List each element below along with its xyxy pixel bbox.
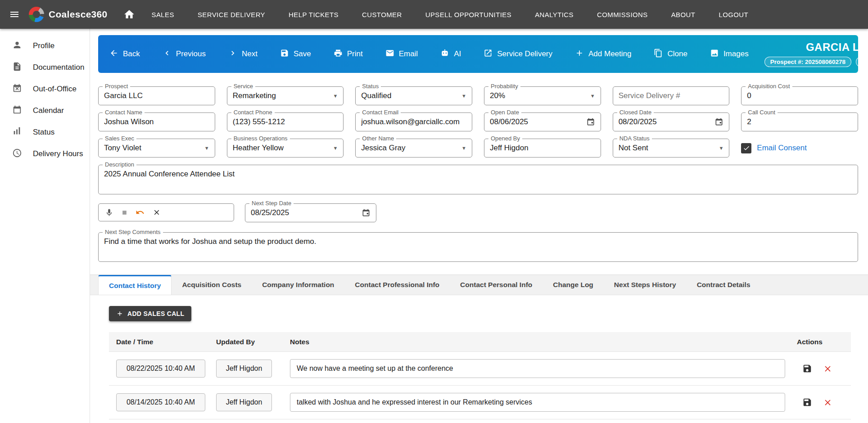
nav-item-analytics[interactable]: ANALYTICS <box>535 11 574 18</box>
delete-row-icon[interactable] <box>823 398 832 407</box>
dictation-row: Next Step Date 08/25/2025 <box>98 203 858 222</box>
add-sales-call-button[interactable]: ADD SALES CALL <box>109 306 191 321</box>
back-button[interactable]: Back <box>98 35 151 73</box>
save-row-icon[interactable] <box>802 364 812 374</box>
ai-button[interactable]: AI <box>429 35 472 73</box>
email-consent-checkbox[interactable] <box>741 143 751 153</box>
nav-item-service-delivery[interactable]: SERVICE DELIVERY <box>198 11 265 18</box>
stop-icon[interactable] <box>122 210 127 216</box>
service-delivery-number-field[interactable]: Service Delivery # <box>613 86 730 105</box>
sidebar-item-status[interactable]: Status <box>0 122 90 143</box>
email-button[interactable]: Email <box>374 35 429 73</box>
tab-company-information[interactable]: Company Information <box>252 275 344 295</box>
sidebar-item-documentation[interactable]: Documentation <box>0 57 90 78</box>
next-step-date-field[interactable]: Next Step Date 08/25/2025 <box>245 203 376 222</box>
opened-by-field[interactable]: Opened By Jeff Higdon <box>484 139 601 158</box>
contact-name-field[interactable]: Contact Name Joshua Wilson <box>98 112 215 131</box>
field-label: Sales Exec <box>103 135 136 142</box>
save-row-icon[interactable] <box>802 397 812 407</box>
probability-select[interactable]: Probability 20% ▼ <box>484 86 601 105</box>
nda-status-select[interactable]: NDA Status Not Sent ▼ <box>613 139 730 158</box>
tab-change-log[interactable]: Change Log <box>542 275 604 295</box>
note-input[interactable] <box>290 359 785 378</box>
service-delivery-button[interactable]: Service Delivery <box>472 35 564 73</box>
calendar-picker-icon[interactable] <box>362 208 371 217</box>
email-consent-label: Email Consent <box>757 144 807 153</box>
nav-item-help-tickets[interactable]: HELP TICKETS <box>289 11 339 18</box>
field-label: Contact Email <box>360 109 401 116</box>
field-placeholder: Service Delivery # <box>619 91 680 100</box>
clone-button[interactable]: Clone <box>642 35 698 73</box>
detail-tabs: Contact History Acquisition Costs Compan… <box>90 274 868 295</box>
sidebar-item-calendar[interactable]: Calendar <box>0 100 90 122</box>
field-label: Next Step Comments <box>103 229 163 235</box>
tab-next-steps-history[interactable]: Next Steps History <box>604 275 687 295</box>
tab-contract-details[interactable]: Contract Details <box>687 275 761 295</box>
acquisition-cost-field[interactable]: Acquisition Cost 0 <box>741 86 858 105</box>
field-value: Find a time that works for Joshua and se… <box>104 237 316 246</box>
clear-icon[interactable] <box>153 208 161 216</box>
sidebar-item-profile[interactable]: Profile <box>0 35 90 57</box>
brand-logo-icon <box>29 7 44 22</box>
service-select[interactable]: Service Remarketing ▼ <box>227 86 344 105</box>
field-value: 08/25/2025 <box>251 208 289 217</box>
other-name-select[interactable]: Other Name Jessica Gray ▼ <box>355 139 472 158</box>
dropdown-arrow-icon: ▼ <box>459 145 466 151</box>
images-button[interactable]: Images <box>699 35 760 73</box>
open-date-field[interactable]: Open Date 08/06/2025 <box>484 112 601 131</box>
microphone-icon[interactable] <box>105 208 113 217</box>
nav-item-logout[interactable]: LOGOUT <box>719 11 748 18</box>
description-field[interactable]: Description 2025 Annual Conference Atten… <box>98 165 858 194</box>
add-meeting-button[interactable]: Add Meeting <box>564 35 642 73</box>
calendar-picker-icon[interactable] <box>714 117 723 126</box>
tab-contact-personal-info[interactable]: Contact Personal Info <box>450 275 542 295</box>
next-button[interactable]: Next <box>217 35 269 73</box>
top-navbar: Coalesce360 SALES SERVICE DELIVERY HELP … <box>0 0 868 29</box>
prospect-field[interactable]: Prospect Garcia LLC <box>98 86 215 105</box>
main-content: Back Previous Next Save Print Email <box>90 29 868 423</box>
dropdown-arrow-icon: ▼ <box>330 145 338 151</box>
print-button[interactable]: Print <box>322 35 374 73</box>
prospect-number-badge: Prospect #: 202508060278 <box>764 57 851 67</box>
tab-contact-professional-info[interactable]: Contact Professional Info <box>344 275 450 295</box>
field-label: Closed Date <box>617 109 654 116</box>
contact-phone-field[interactable]: Contact Phone (123) 555-1212 <box>227 112 344 131</box>
copy-icon <box>654 49 663 60</box>
home-icon[interactable] <box>120 5 138 23</box>
next-step-comments-field[interactable]: Next Step Comments Find a time that work… <box>98 232 858 262</box>
button-label: Clone <box>667 50 687 58</box>
datetime-cell[interactable]: 08/14/2025 10:40 AM <box>116 393 205 411</box>
save-button[interactable]: Save <box>269 35 322 73</box>
delete-row-icon[interactable] <box>823 364 832 374</box>
field-value: 2025 Annual Conference Attendee List <box>104 170 235 179</box>
note-input[interactable] <box>290 393 785 412</box>
datetime-cell[interactable]: 08/22/2025 10:40 AM <box>116 360 205 378</box>
contact-email-field[interactable]: Contact Email joshua.wilson@garciallc.co… <box>355 112 472 131</box>
undo-icon[interactable] <box>136 208 145 217</box>
field-label: NDA Status <box>617 135 652 142</box>
nav-item-commissions[interactable]: COMMISSIONS <box>597 11 648 18</box>
previous-button[interactable]: Previous <box>151 35 217 73</box>
nav-item-upsell-opportunities[interactable]: UPSELL OPPORTUNITIES <box>425 11 511 18</box>
status-select[interactable]: Status Qualified ▼ <box>355 86 472 105</box>
button-label: Service Delivery <box>497 50 552 58</box>
sidebar-item-label: Documentation <box>33 63 84 72</box>
updated-by-cell[interactable]: Jeff Higdon <box>216 393 272 411</box>
call-count-field[interactable]: Call Count 2 <box>741 112 858 131</box>
nav-item-sales[interactable]: SALES <box>152 11 174 18</box>
sidebar-item-delivery-hours[interactable]: Delivery Hours <box>0 143 90 165</box>
sales-exec-select[interactable]: Sales Exec Tony Violet ▼ <box>98 139 215 158</box>
tab-contact-history[interactable]: Contact History <box>98 275 172 295</box>
image-icon <box>710 49 719 60</box>
business-operations-select[interactable]: Business Operations Heather Yellow ▼ <box>227 139 344 158</box>
sidebar-item-out-of-office[interactable]: Out-of-Office <box>0 78 90 100</box>
nav-item-about[interactable]: ABOUT <box>671 11 696 18</box>
menu-icon[interactable] <box>0 0 29 29</box>
tab-acquisition-costs[interactable]: Acquisition Costs <box>172 275 252 295</box>
closed-date-field[interactable]: Closed Date 08/20/2025 <box>613 112 730 131</box>
sidebar-item-label: Calendar <box>33 106 64 115</box>
updated-by-cell[interactable]: Jeff Higdon <box>216 360 272 378</box>
calendar-picker-icon[interactable] <box>586 117 595 126</box>
field-value: 20% <box>490 91 505 100</box>
nav-item-customer[interactable]: CUSTOMER <box>362 11 402 18</box>
